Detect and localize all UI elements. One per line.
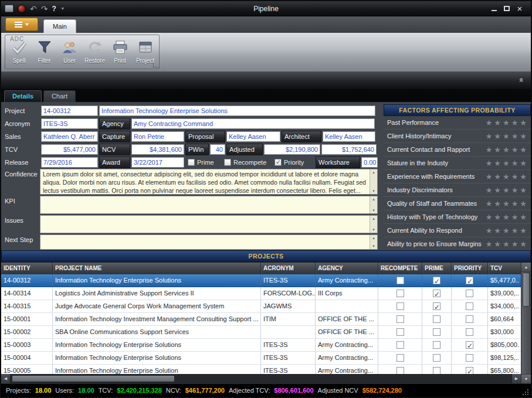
acronym-field[interactable]: ITES-3S [41, 118, 98, 129]
tcv-field[interactable]: $5,477,000 [41, 144, 98, 155]
ribbon-tab-main[interactable]: Main [43, 19, 76, 33]
column-header-prime[interactable]: PRIME [422, 263, 452, 274]
project-id-field[interactable]: 14-00312 [41, 106, 98, 116]
priority-checkbox[interactable] [466, 277, 473, 284]
group-dialog-launcher-icon[interactable] [153, 63, 158, 67]
agency-field[interactable]: Amy Contracting Command [131, 118, 375, 129]
star-rating[interactable] [486, 199, 528, 208]
table-row[interactable]: 14-00315 Judge Advocate General Corps Wo… [1, 300, 521, 313]
minimize-button[interactable] [487, 1, 500, 16]
table-row[interactable]: 15-00005 Information Technology Enterpri… [1, 365, 521, 374]
scroll-left-icon[interactable]: ◀ [1, 374, 11, 383]
print-button[interactable]: Print [107, 36, 133, 69]
scroll-up-icon[interactable]: ▲ [372, 217, 375, 220]
table-row[interactable]: 14-00312 Information Technology Enterpri… [1, 274, 521, 287]
scroll-down-icon[interactable]: ▼ [372, 189, 375, 193]
ncv-field[interactable]: $4,381,600 [131, 144, 184, 155]
next-step-textarea[interactable]: ▲▼ [40, 234, 378, 250]
collapse-ribbon-icon[interactable]: « [517, 78, 526, 82]
scroll-up-icon[interactable]: ▲ [372, 171, 375, 174]
next-step-scrollbar[interactable]: ▲▼ [370, 235, 377, 249]
table-row[interactable]: 15-00001 Information Technology Investme… [1, 313, 521, 326]
recompete-checkbox[interactable] [397, 277, 404, 284]
confidence-textarea[interactable]: Lorem ipsum dolor sit amet, consectetur … [40, 169, 378, 195]
priority-checkbox[interactable] [466, 315, 473, 323]
filter-button[interactable]: Filter [32, 36, 57, 69]
kpi-textarea[interactable]: ▲▼ [40, 196, 378, 214]
star-rating[interactable] [486, 145, 528, 154]
toolbar-dropdown-icon[interactable]: ▾ [62, 6, 64, 11]
workshare-field[interactable]: 0.00 [361, 157, 378, 168]
table-row[interactable]: 14-00314 Logistics Joint Administrative … [1, 287, 521, 300]
recompete-checkbox[interactable] [397, 328, 404, 336]
scroll-down-icon[interactable]: ▼ [372, 244, 375, 248]
column-header-identity[interactable]: IDENTITY [1, 263, 53, 274]
star-rating[interactable] [486, 132, 528, 141]
adjusted-ncv-field[interactable]: $1,752,640 [321, 144, 377, 155]
priority-checkbox[interactable] [466, 328, 473, 336]
star-rating[interactable] [486, 213, 528, 222]
tab-chart[interactable]: Chart [43, 90, 76, 102]
recompete-checkbox[interactable] [397, 367, 404, 374]
close-button[interactable]: × [513, 1, 526, 16]
priority-checkbox[interactable] [275, 159, 282, 166]
recompete-checkbox[interactable] [397, 354, 404, 362]
maximize-button[interactable] [500, 1, 513, 16]
table-row[interactable]: 15-00002 SBA Online Communications Suppo… [1, 326, 521, 339]
prime-checkbox[interactable] [433, 328, 440, 336]
record-icon[interactable] [18, 5, 26, 13]
star-rating[interactable] [486, 118, 528, 127]
column-header-priority[interactable]: PRIORITY [452, 263, 488, 274]
undo-icon[interactable]: ↶ [30, 5, 37, 13]
sales-field[interactable]: Kathleen Q. Aberr [41, 131, 98, 142]
architect-field[interactable]: Kelley Aasen [323, 131, 375, 142]
resize-grip[interactable] [521, 388, 528, 395]
scroll-down-icon[interactable]: ▼ [521, 374, 531, 383]
project-name-field[interactable]: Information Technology Enterprise Soluti… [99, 106, 375, 116]
column-header-agency[interactable]: AGENCY [316, 263, 378, 274]
confidence-scrollbar[interactable]: ▲▼ [370, 169, 377, 194]
star-rating[interactable] [486, 159, 528, 168]
priority-checkbox[interactable] [466, 367, 473, 374]
priority-checkbox[interactable] [466, 354, 473, 362]
table-row[interactable]: 15-00004 Information Technology Enterpri… [1, 352, 521, 365]
tab-details[interactable]: Details [4, 90, 42, 102]
adjusted-tcv-field[interactable]: $2,190,800 [264, 144, 320, 155]
scroll-right-icon[interactable]: ▶ [511, 374, 521, 383]
priority-checkbox[interactable] [466, 290, 473, 297]
scroll-down-icon[interactable]: ▼ [372, 209, 375, 212]
issues-textarea[interactable]: ▲▼ [40, 215, 378, 233]
column-header-name[interactable]: PROJECT NAME [53, 263, 261, 274]
award-field[interactable]: 3/22/2017 [131, 157, 184, 168]
scroll-up-icon[interactable]: ▲ [521, 263, 531, 272]
star-rating[interactable] [486, 172, 528, 181]
column-header-acronym[interactable]: ACRONYM [261, 263, 316, 274]
recompete-checkbox[interactable] [397, 302, 404, 310]
pwin-field[interactable]: 40 [210, 144, 225, 155]
proposal-field[interactable]: Kelley Aasen [226, 131, 280, 142]
user-button[interactable]: User [57, 36, 82, 69]
recompete-checkbox[interactable] [397, 290, 404, 297]
priority-checkbox[interactable] [466, 302, 473, 310]
help-icon[interactable]: ? [52, 5, 56, 13]
prime-checkbox[interactable] [188, 159, 195, 166]
scrollbar-thumb[interactable] [12, 375, 175, 382]
application-menu-button[interactable] [5, 18, 38, 31]
kpi-scrollbar[interactable]: ▲▼ [370, 196, 377, 213]
scroll-up-icon[interactable]: ▲ [372, 198, 375, 201]
column-header-tcv[interactable]: TCV [488, 263, 520, 274]
prime-checkbox[interactable] [433, 354, 440, 362]
scroll-up-icon[interactable]: ▲ [372, 236, 375, 240]
scrollbar-thumb[interactable] [523, 273, 530, 307]
issues-scrollbar[interactable]: ▲▼ [370, 216, 377, 233]
table-row[interactable]: 15-00003 Information Technology Enterpri… [1, 339, 521, 352]
release-field[interactable]: 7/29/2016 [41, 157, 98, 168]
prime-checkbox[interactable] [433, 277, 440, 284]
column-header-recompete[interactable]: RECOMPETE [378, 263, 422, 274]
recompete-checkbox[interactable] [397, 341, 404, 349]
prime-checkbox[interactable] [433, 290, 440, 297]
redo-icon[interactable]: ↷ [41, 5, 48, 13]
prime-checkbox[interactable] [433, 302, 440, 310]
prime-checkbox[interactable] [433, 341, 440, 349]
priority-checkbox[interactable] [466, 341, 473, 349]
